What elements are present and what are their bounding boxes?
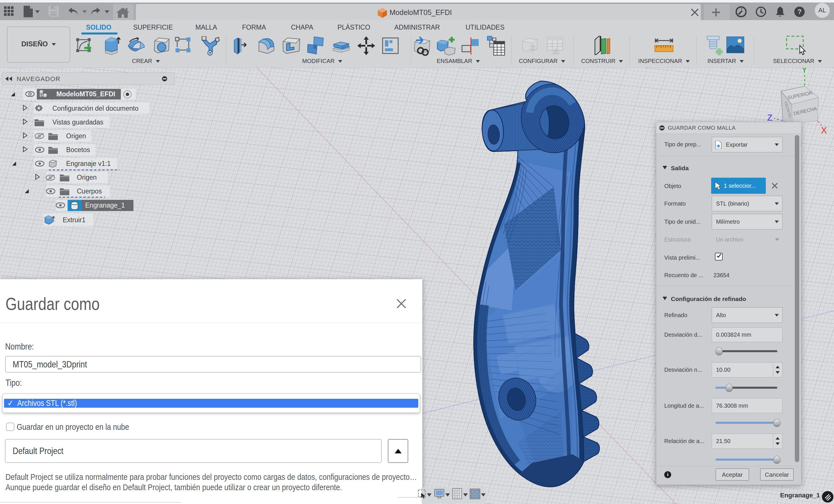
svg-text:X: X [821, 125, 827, 135]
svg-text:Z: Z [767, 113, 773, 123]
svg-text:?: ? [797, 8, 802, 16]
